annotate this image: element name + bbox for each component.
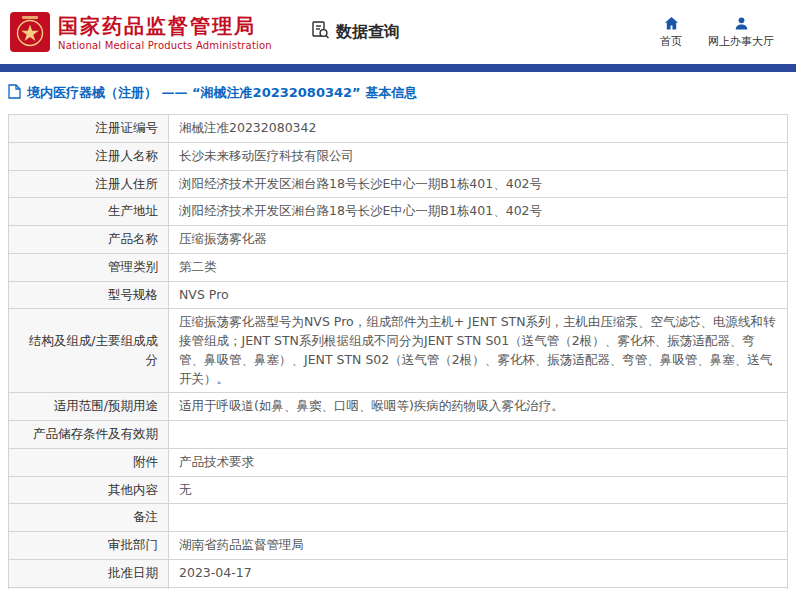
table-row: 批准日期2023-04-17 xyxy=(9,559,788,587)
brand-text: 国家药品监督管理局 National Medical Products Admi… xyxy=(58,14,272,51)
nmpa-emblem-logo xyxy=(10,12,50,52)
row-value xyxy=(169,504,788,532)
row-label: 产品名称 xyxy=(9,226,169,254)
nav-service-hall[interactable]: 网上办事大厅 xyxy=(708,15,774,49)
header-divider-bar xyxy=(0,64,796,72)
header: 国家药品监督管理局 National Medical Products Admi… xyxy=(0,0,796,64)
row-label: 备注 xyxy=(9,504,169,532)
table-row: 注册人名称长沙未来移动医疗科技有限公司 xyxy=(9,142,788,170)
table-row: 审批部门湖南省药品监督管理局 xyxy=(9,532,788,560)
row-value: 第二类 xyxy=(169,253,788,281)
row-value: 适用于呼吸道(如鼻、鼻窦、口咽、喉咽等)疾病的药物吸入雾化治疗。 xyxy=(169,393,788,421)
row-value: 长沙未来移动医疗科技有限公司 xyxy=(169,142,788,170)
row-value: 湖南省药品监督管理局 xyxy=(169,532,788,560)
breadcrumb: 境内医疗器械（注册） —— “湘械注准20232080342” 基本信息 xyxy=(0,72,796,112)
table-row: 适用范围/预期用途适用于呼吸道(如鼻、鼻窦、口咽、喉咽等)疾病的药物吸入雾化治疗… xyxy=(9,393,788,421)
row-value: 浏阳经济技术开发区湘台路18号长沙E中心一期B1栋401、402号 xyxy=(169,198,788,226)
row-label: 注册人住所 xyxy=(9,170,169,198)
row-value xyxy=(169,421,788,449)
row-label: 管理类别 xyxy=(9,253,169,281)
table-row: 型号规格NVS Pro xyxy=(9,281,788,309)
row-value: 压缩振荡雾化器型号为NVS Pro，组成部件为主机+ JENT STN系列，主机… xyxy=(169,309,788,393)
agency-brand[interactable]: 国家药品监督管理局 National Medical Products Admi… xyxy=(10,12,272,52)
row-label: 注册证编号 xyxy=(9,115,169,143)
nav-home-label: 首页 xyxy=(660,34,682,49)
row-value: 无 xyxy=(169,476,788,504)
page-icon xyxy=(8,84,21,102)
data-query-title: 数据查询 xyxy=(310,20,400,44)
table-row: 结构及组成/主要组成成分压缩振荡雾化器型号为NVS Pro，组成部件为主机+ J… xyxy=(9,309,788,393)
row-value: 湘械注准20232080342 xyxy=(169,115,788,143)
table-row: 注册人住所浏阳经济技术开发区湘台路18号长沙E中心一期B1栋401、402号 xyxy=(9,170,788,198)
table-row: 附件产品技术要求 xyxy=(9,448,788,476)
row-label: 生产地址 xyxy=(9,198,169,226)
data-query-label: 数据查询 xyxy=(336,22,400,43)
row-label: 批准日期 xyxy=(9,559,169,587)
row-label: 适用范围/预期用途 xyxy=(9,393,169,421)
row-label: 其他内容 xyxy=(9,476,169,504)
table-row: 其他内容无 xyxy=(9,476,788,504)
data-query-icon xyxy=(310,20,330,44)
table-row: 产品名称压缩振荡雾化器 xyxy=(9,226,788,254)
row-value: 浏阳经济技术开发区湘台路18号长沙E中心一期B1栋401、402号 xyxy=(169,170,788,198)
row-label: 型号规格 xyxy=(9,281,169,309)
row-label: 结构及组成/主要组成成分 xyxy=(9,309,169,393)
quick-nav: 首页 网上办事大厅 xyxy=(660,15,782,49)
row-value: 2023-04-17 xyxy=(169,559,788,587)
registration-info-table: 注册证编号湘械注准20232080342 注册人名称长沙未来移动医疗科技有限公司… xyxy=(8,114,788,589)
row-label: 审批部门 xyxy=(9,532,169,560)
table-row: 产品储存条件及有效期 xyxy=(9,421,788,449)
agency-name-cn: 国家药品监督管理局 xyxy=(58,14,272,38)
agency-name-en: National Medical Products Administration xyxy=(58,40,272,51)
nav-service-hall-label: 网上办事大厅 xyxy=(708,34,774,49)
user-icon xyxy=(734,15,749,31)
row-value: 压缩振荡雾化器 xyxy=(169,226,788,254)
row-label: 附件 xyxy=(9,448,169,476)
row-value: NVS Pro xyxy=(169,281,788,309)
home-icon xyxy=(664,15,679,31)
table-row: 备注 xyxy=(9,504,788,532)
row-label: 产品储存条件及有效期 xyxy=(9,421,169,449)
nav-home[interactable]: 首页 xyxy=(660,15,682,49)
row-value: 产品技术要求 xyxy=(169,448,788,476)
table-row: 注册证编号湘械注准20232080342 xyxy=(9,115,788,143)
table-row: 管理类别第二类 xyxy=(9,253,788,281)
table-row: 生产地址浏阳经济技术开发区湘台路18号长沙E中心一期B1栋401、402号 xyxy=(9,198,788,226)
breadcrumb-text: 境内医疗器械（注册） —— “湘械注准20232080342” 基本信息 xyxy=(27,84,417,102)
row-label: 注册人名称 xyxy=(9,142,169,170)
